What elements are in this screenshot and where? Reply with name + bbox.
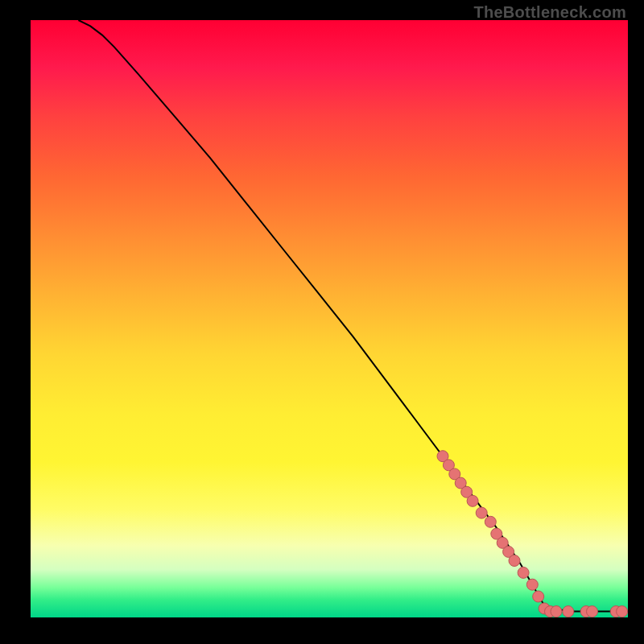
chart-frame <box>31 20 628 617</box>
data-marker <box>533 591 544 602</box>
data-marker <box>526 579 538 590</box>
data-marker <box>551 606 562 617</box>
data-marker <box>587 606 598 617</box>
data-marker <box>485 516 496 527</box>
data-marker <box>476 507 487 518</box>
bottleneck-curve-line <box>78 20 628 612</box>
data-markers <box>437 451 628 617</box>
data-marker <box>467 495 478 506</box>
data-marker <box>563 606 574 617</box>
attribution-text: TheBottleneck.com <box>473 3 626 22</box>
data-marker <box>518 567 529 578</box>
data-marker <box>509 555 520 567</box>
data-marker <box>617 606 628 617</box>
chart-canvas <box>31 20 628 617</box>
